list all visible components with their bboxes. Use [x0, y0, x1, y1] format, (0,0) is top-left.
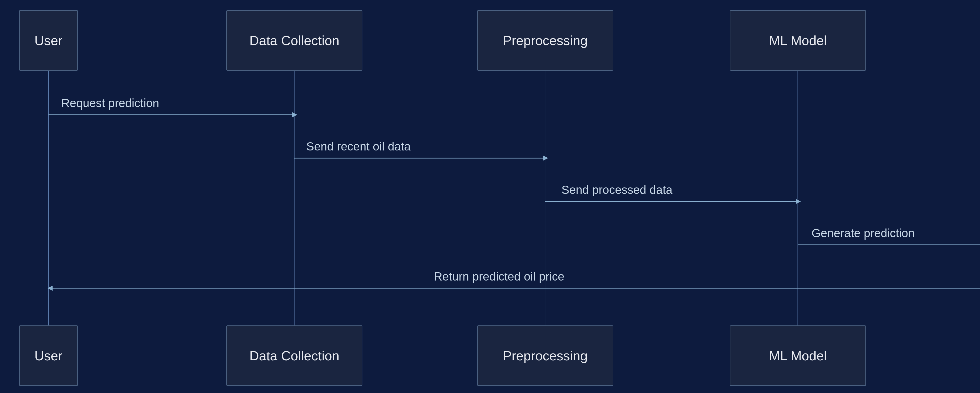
svg-text:Send processed data: Send processed data [562, 183, 673, 196]
actor-user-top: User [19, 10, 78, 71]
actor-user-bottom: User [19, 325, 78, 386]
svg-marker-6 [292, 112, 298, 117]
svg-marker-18 [48, 286, 52, 291]
svg-text:Return predicted oil price: Return predicted oil price [434, 270, 564, 283]
actor-preprocessing-bottom: Preprocessing [477, 325, 613, 386]
svg-text:Send recent oil data: Send recent oil data [306, 140, 411, 153]
svg-marker-9 [543, 155, 548, 161]
actor-data-collection-bottom: Data Collection [226, 325, 363, 386]
actor-ml-model-bottom: ML Model [730, 325, 866, 386]
diagram-container: Request prediction Send recent oil data … [0, 0, 980, 393]
svg-marker-12 [796, 199, 801, 204]
actor-ml-model-top: ML Model [730, 10, 866, 71]
svg-text:Generate prediction: Generate prediction [811, 227, 915, 240]
svg-text:Request prediction: Request prediction [61, 97, 159, 110]
actor-preprocessing-top: Preprocessing [477, 10, 613, 71]
actor-data-collection-top: Data Collection [226, 10, 363, 71]
